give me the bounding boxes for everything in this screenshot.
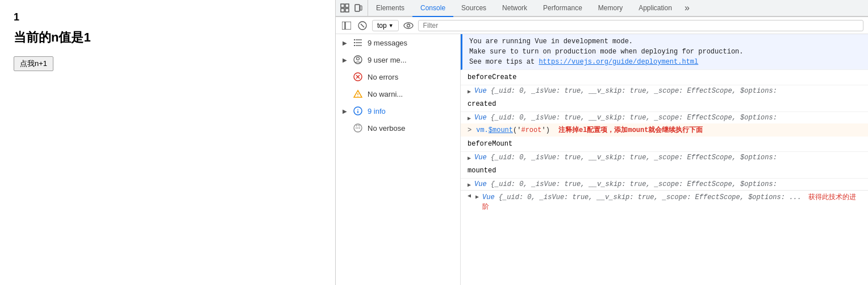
messages-label: 9 messages — [368, 39, 453, 47]
console-line-beforecreate: beforeCreate — [461, 70, 868, 85]
svg-rect-7 — [345, 22, 351, 30]
console-main: ▶ 9 messages ▶ — [336, 34, 868, 285]
tab-console[interactable]: Console — [412, 0, 453, 17]
svg-rect-17 — [354, 45, 355, 46]
devtools-panel: Elements Console Sources Network Perform… — [335, 0, 868, 285]
arrow-icon: ▶ — [343, 40, 348, 46]
gt-icon: > — [468, 126, 471, 134]
console-output: You are running Vue in development mode.… — [461, 34, 868, 285]
context-selector[interactable]: top ▼ — [372, 20, 399, 31]
arrow-icon: ▶ — [343, 108, 348, 114]
context-label: top — [377, 22, 387, 30]
verbose-icon — [353, 123, 363, 133]
svg-rect-3 — [345, 9, 349, 12]
expandable-vue-1[interactable]: ▶ Vue {_uid: 0, _isVue: true, __v_skip: … — [461, 85, 868, 97]
svg-point-31 — [357, 127, 358, 129]
expandable-vue-bottom[interactable]: ◀ ▶ Vue {_uid: 0, _isVue: true, __v_skip… — [461, 190, 868, 213]
expandable-vue-2[interactable]: ▶ Vue {_uid: 0, _isVue: true, __v_skip: … — [461, 112, 868, 123]
errors-label: No errors — [368, 73, 453, 81]
svg-point-11 — [407, 24, 410, 27]
svg-rect-1 — [345, 4, 349, 7]
tab-memory[interactable]: Memory — [590, 0, 631, 17]
svg-rect-5 — [360, 6, 362, 10]
expandable-vue-4[interactable]: ▶ Vue {_uid: 0, _isVue: true, __v_skip: … — [461, 179, 868, 190]
deployment-link[interactable]: https://vuejs.org/guide/deployment.html — [539, 58, 698, 66]
sidebar-item-warnings[interactable]: ▶ No warni... — [336, 85, 460, 102]
sidebar-item-info[interactable]: ▶ 9 info — [336, 102, 460, 119]
devtools-tabs: Elements Console Sources Network Perform… — [336, 0, 868, 17]
svg-line-33 — [356, 125, 357, 126]
tab-network[interactable]: Network — [494, 0, 535, 17]
svg-line-34 — [358, 125, 360, 126]
svg-rect-16 — [354, 42, 355, 43]
device-icon[interactable] — [353, 2, 364, 14]
page-label: 当前的n值是1 — [14, 29, 322, 46]
console-sidebar: ▶ 9 messages ▶ — [336, 34, 461, 285]
devtools-toolbar-icons — [336, 0, 368, 16]
verbose-label: No verbose — [368, 124, 453, 133]
console-line-vue-warning: You are running Vue in development mode.… — [461, 34, 868, 70]
tab-more[interactable]: » — [680, 0, 694, 17]
warnings-label: No warni... — [368, 90, 453, 98]
user-messages-label: 9 user me... — [368, 56, 453, 64]
console-line-mount: > vm.$mount('#root') 注释掉el配置项，添加mount就会继… — [461, 123, 868, 137]
sidebar-item-user-messages[interactable]: ▶ 9 user me... — [336, 51, 460, 68]
tab-application[interactable]: Application — [631, 0, 680, 17]
svg-point-32 — [359, 127, 360, 129]
expand-arrow-icon: ▶ — [468, 181, 471, 188]
info-icon — [353, 106, 363, 116]
tab-performance[interactable]: Performance — [535, 0, 590, 17]
svg-point-27 — [357, 109, 358, 110]
chevron-down-icon: ▼ — [389, 23, 394, 28]
eye-icon[interactable] — [402, 19, 415, 32]
filter-input[interactable] — [418, 20, 863, 31]
arrow-icon: ▶ — [343, 57, 348, 63]
warning-icon — [353, 89, 363, 99]
expand-arrow-icon: ▶ — [468, 155, 471, 162]
svg-point-30 — [356, 127, 357, 129]
console-line-mounted: mounted — [461, 163, 868, 179]
left-panel: 1 当前的n值是1 点我n+1 — [0, 0, 335, 285]
tab-sources[interactable]: Sources — [453, 0, 494, 17]
svg-line-9 — [361, 24, 364, 27]
left-arrow-icon: ◀ — [468, 192, 471, 199]
sidebar-item-messages[interactable]: ▶ 9 messages — [336, 34, 460, 51]
svg-point-10 — [404, 23, 413, 28]
user-icon — [353, 55, 363, 65]
console-line-created: created — [461, 97, 868, 112]
console-toolbar: top ▼ — [336, 17, 868, 34]
sidebar-item-verbose[interactable]: ▶ No verbose — [336, 119, 460, 137]
svg-rect-2 — [341, 9, 344, 12]
svg-rect-15 — [354, 39, 355, 40]
expandable-vue-3[interactable]: ▶ Vue {_uid: 0, _isVue: true, __v_skip: … — [461, 152, 868, 163]
svg-rect-6 — [342, 22, 345, 30]
svg-rect-4 — [355, 5, 360, 11]
svg-point-19 — [357, 57, 360, 60]
increment-button[interactable]: 点我n+1 — [14, 56, 53, 71]
expand-arrow-icon: ▶ — [475, 193, 479, 200]
tab-elements[interactable]: Elements — [368, 0, 412, 17]
svg-point-25 — [357, 96, 358, 96]
console-line-beforemount: beforeMount — [461, 137, 868, 152]
svg-rect-0 — [341, 4, 344, 7]
page-number: 1 — [14, 11, 322, 23]
inspect-icon[interactable] — [339, 2, 350, 14]
clear-icon[interactable] — [356, 19, 369, 32]
sidebar-toggle-icon[interactable] — [340, 19, 353, 32]
sidebar-item-errors[interactable]: ▶ No errors — [336, 68, 460, 85]
list-icon — [353, 38, 363, 48]
error-icon — [353, 72, 363, 82]
info-label: 9 info — [368, 107, 453, 115]
expand-arrow-icon: ▶ — [468, 115, 471, 122]
expand-arrow-icon: ▶ — [468, 88, 471, 95]
